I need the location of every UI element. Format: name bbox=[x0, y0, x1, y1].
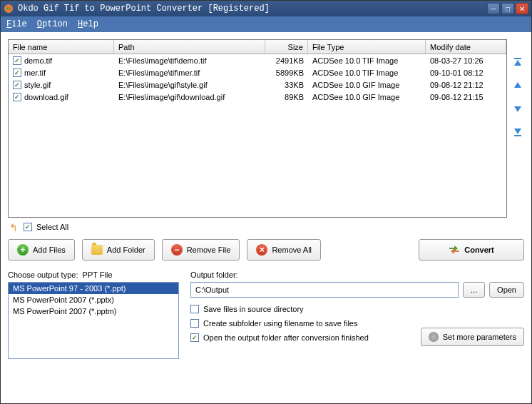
cell-path: E:\Files\image\gif\style.gif bbox=[114, 81, 265, 89]
header-modifydate[interactable]: Modify date bbox=[426, 40, 506, 54]
cell-filename: demo.tif bbox=[24, 56, 52, 65]
cell-date: 09-10-01 08:12 bbox=[426, 69, 506, 77]
close-button[interactable]: ✕ bbox=[516, 3, 528, 14]
window-title: Okdo Gif Tif to PowerPoint Converter [Re… bbox=[18, 4, 487, 14]
cell-filename: download.gif bbox=[24, 93, 68, 101]
table-row[interactable]: style.gifE:\Files\image\gif\style.gif33K… bbox=[9, 79, 506, 91]
row-checkbox[interactable] bbox=[13, 93, 21, 101]
gear-icon bbox=[429, 332, 439, 342]
minus-icon: − bbox=[171, 244, 183, 256]
main-window: Okdo Gif Tif to PowerPoint Converter [Re… bbox=[0, 0, 532, 404]
cell-size: 89KB bbox=[265, 93, 308, 101]
file-area: File name Path Size File Type Modify dat… bbox=[8, 39, 524, 218]
content-area: File name Path Size File Type Modify dat… bbox=[1, 32, 531, 403]
row-checkbox[interactable] bbox=[13, 81, 21, 89]
save-source-label: Save files in source directory bbox=[203, 305, 304, 313]
header-filename[interactable]: File name bbox=[9, 40, 114, 54]
x-icon: × bbox=[256, 244, 267, 256]
output-type-option[interactable]: MS PowerPoint 2007 (*.pptx) bbox=[9, 294, 178, 305]
output-folder-input[interactable] bbox=[190, 282, 459, 298]
reorder-arrows bbox=[511, 39, 524, 218]
table-row[interactable]: mer.tifE:\Files\image\tif\mer.tif5899KBA… bbox=[9, 66, 506, 79]
bottom-area: Choose output type: PPT File MS PowerPoi… bbox=[8, 271, 524, 359]
subfolder-row: Create subfolder using filename to save … bbox=[190, 319, 524, 328]
move-up-icon[interactable] bbox=[511, 79, 524, 92]
open-button[interactable]: Open bbox=[489, 282, 524, 298]
cell-type: ACDSee 10.0 TIF Image bbox=[308, 56, 426, 65]
menu-option[interactable]: Option bbox=[37, 19, 68, 29]
cell-path: E:\Files\image\tif\demo.tif bbox=[114, 56, 265, 65]
up-arrow-icon: ↰ bbox=[9, 222, 19, 232]
table-row[interactable]: demo.tifE:\Files\image\tif\demo.tif2491K… bbox=[9, 54, 506, 66]
table-header: File name Path Size File Type Modify dat… bbox=[9, 40, 506, 54]
table-row[interactable]: download.gifE:\Files\image\gif\download.… bbox=[9, 91, 506, 103]
convert-button[interactable]: Convert bbox=[419, 239, 524, 261]
titlebar: Okdo Gif Tif to PowerPoint Converter [Re… bbox=[1, 1, 531, 16]
cell-path: E:\Files\image\tif\mer.tif bbox=[114, 69, 265, 77]
row-checkbox[interactable] bbox=[13, 69, 21, 77]
select-all-label: Select All bbox=[36, 223, 68, 231]
svg-point-0 bbox=[4, 4, 13, 13]
save-source-row: Save files in source directory bbox=[190, 305, 524, 313]
move-top-icon[interactable] bbox=[511, 56, 524, 69]
maximize-button[interactable]: □ bbox=[501, 3, 514, 14]
svg-rect-2 bbox=[514, 135, 521, 136]
add-folder-button[interactable]: Add Folder bbox=[82, 239, 155, 261]
header-path[interactable]: Path bbox=[114, 40, 265, 54]
file-table: File name Path Size File Type Modify dat… bbox=[8, 39, 507, 218]
cell-path: E:\Files\image\gif\download.gif bbox=[114, 93, 265, 101]
output-type-option[interactable]: MS PowerPoint 97 - 2003 (*.ppt) bbox=[9, 283, 178, 294]
output-type-option[interactable]: MS PowerPoint 2007 (*.pptm) bbox=[9, 305, 178, 317]
subfolder-checkbox[interactable] bbox=[190, 319, 199, 328]
row-checkbox[interactable] bbox=[13, 56, 21, 65]
open-after-checkbox[interactable] bbox=[190, 333, 199, 342]
cell-size: 33KB bbox=[265, 81, 308, 89]
save-source-checkbox[interactable] bbox=[190, 305, 199, 313]
output-type-listbox[interactable]: MS PowerPoint 97 - 2003 (*.ppt)MS PowerP… bbox=[8, 282, 179, 359]
window-controls: ─ □ ✕ bbox=[487, 3, 528, 14]
cell-type: ACDSee 10.0 TIF Image bbox=[308, 69, 426, 77]
app-icon bbox=[4, 4, 14, 14]
output-folder-label: Output folder: bbox=[190, 271, 524, 279]
toolbar: + Add Files Add Folder − Remove File × R… bbox=[8, 239, 524, 261]
cell-type: ACDSee 10.0 GIF Image bbox=[308, 81, 426, 89]
browse-button[interactable]: ... bbox=[463, 282, 485, 298]
cell-type: ACDSee 10.0 GIF Image bbox=[308, 93, 426, 101]
cell-size: 2491KB bbox=[265, 56, 308, 65]
move-down-icon[interactable] bbox=[511, 102, 524, 115]
cell-date: 09-08-12 21:12 bbox=[426, 81, 506, 89]
plus-icon: + bbox=[17, 244, 29, 256]
table-body: demo.tifE:\Files\image\tif\demo.tif2491K… bbox=[9, 54, 506, 103]
set-more-parameters-button[interactable]: Set more parameters bbox=[421, 328, 524, 346]
output-type-section: Choose output type: PPT File MS PowerPoi… bbox=[8, 271, 179, 359]
cell-date: 09-08-12 21:15 bbox=[426, 93, 506, 101]
output-folder-section: Output folder: ... Open Save files in so… bbox=[190, 271, 524, 359]
menubar: File Option Help bbox=[1, 16, 531, 32]
move-bottom-icon[interactable] bbox=[511, 125, 524, 138]
add-files-button[interactable]: + Add Files bbox=[8, 239, 75, 261]
cell-date: 08-03-27 10:26 bbox=[426, 56, 506, 65]
select-all-row: ↰ Select All bbox=[8, 218, 524, 239]
output-type-label: Choose output type: PPT File bbox=[8, 271, 179, 279]
header-size[interactable]: Size bbox=[265, 40, 308, 54]
remove-file-button[interactable]: − Remove File bbox=[162, 239, 240, 261]
svg-rect-1 bbox=[514, 58, 521, 59]
cell-filename: style.gif bbox=[24, 81, 51, 89]
menu-help[interactable]: Help bbox=[78, 19, 98, 29]
menu-file[interactable]: File bbox=[6, 19, 27, 29]
subfolder-label: Create subfolder using filename to save … bbox=[203, 319, 357, 328]
cell-filename: mer.tif bbox=[24, 69, 46, 77]
convert-icon bbox=[449, 245, 460, 255]
open-after-label: Open the output folder after conversion … bbox=[203, 333, 369, 342]
header-filetype[interactable]: File Type bbox=[308, 40, 426, 54]
select-all-checkbox[interactable] bbox=[24, 223, 32, 231]
minimize-button[interactable]: ─ bbox=[487, 3, 500, 14]
cell-size: 5899KB bbox=[265, 69, 308, 77]
folder-icon bbox=[91, 245, 103, 255]
remove-all-button[interactable]: × Remove All bbox=[247, 239, 321, 261]
